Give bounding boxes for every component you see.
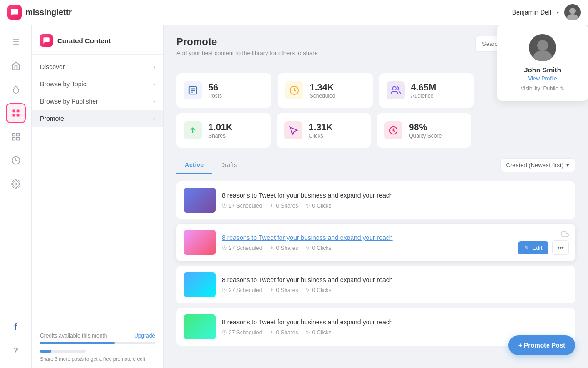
edit-label: Edit <box>532 244 542 251</box>
stat-quality: 98% Quality Score <box>377 113 471 148</box>
svg-rect-3 <box>16 110 19 113</box>
sidebar-drop-icon[interactable] <box>6 80 26 99</box>
sort-label: Created (Newest first) <box>506 162 563 169</box>
icon-sidebar: ☰ f ? <box>0 25 32 368</box>
meta-shares: 0 Shares <box>269 287 298 293</box>
stat-audience-info: 4.65M Audience <box>411 82 437 99</box>
content-list: 8 reasons to Tweet for your business and… <box>176 181 575 346</box>
main-layout: ☰ f ? Curated Content <box>0 25 588 368</box>
profile-avatar <box>529 34 556 61</box>
promote-post-button[interactable]: + Promote Post <box>508 335 575 355</box>
stat-clicks: 1.31K Clicks <box>277 113 371 148</box>
content-body: 8 reasons to Tweet for your business and… <box>222 318 568 335</box>
credits-progress-bar <box>40 342 155 344</box>
content-item: 8 reasons to Tweet for your business and… <box>176 224 575 261</box>
shares-icon <box>184 121 202 139</box>
edit-button[interactable]: ✎ Edit <box>518 241 548 254</box>
sidebar-facebook-icon[interactable]: f <box>6 317 26 337</box>
credits-note: Share 3 more posts to get a free promote… <box>40 356 155 362</box>
meta-shares: 0 Shares <box>269 245 298 251</box>
profile-name: John Smith <box>524 66 561 74</box>
meta-clicks: 0 Clicks <box>305 287 331 293</box>
cloud-icon <box>561 230 569 240</box>
more-button[interactable]: ••• <box>552 240 569 255</box>
sidebar-home-icon[interactable] <box>6 56 26 76</box>
top-navigation: missinglettr Benjamin Dell ▾ <box>0 0 588 25</box>
svg-rect-5 <box>16 114 19 117</box>
stat-clicks-info: 1.31K Clicks <box>309 122 333 139</box>
content-item: 8 reasons to Tweet for your business and… <box>176 181 575 219</box>
sidebar-curated-icon[interactable] <box>6 103 26 123</box>
meta-scheduled: 27 Scheduled <box>222 287 262 293</box>
quality-icon <box>384 121 402 139</box>
sort-chevron-icon: ▾ <box>566 162 569 169</box>
svg-point-11 <box>15 183 17 185</box>
view-profile-link[interactable]: View Profile <box>528 75 557 82</box>
content-body: 8 reasons to Tweet for your business and… <box>222 234 568 251</box>
svg-point-21 <box>392 87 396 90</box>
upgrade-link[interactable]: Upgrade <box>134 333 155 339</box>
tabs-row: Active Drafts Created (Newest first) ▾ <box>176 157 575 174</box>
content-title: 8 reasons to Tweet for your business and… <box>222 318 568 326</box>
quality-label: Quality Score <box>409 133 442 139</box>
sidebar-grid-icon[interactable] <box>6 127 26 147</box>
meta-scheduled: 27 Scheduled <box>222 203 262 209</box>
posts-icon <box>184 81 202 99</box>
credits-progress-fill-2 <box>40 350 51 353</box>
user-avatar[interactable] <box>564 4 581 20</box>
tab-drafts[interactable]: Drafts <box>212 157 245 174</box>
credits-label: Credits available this month Upgrade <box>40 333 155 339</box>
chevron-right-icon: › <box>153 64 155 70</box>
meta-scheduled: 27 Scheduled <box>222 245 262 251</box>
chevron-right-icon: › <box>153 99 155 104</box>
clicks-icon <box>284 121 302 139</box>
stat-scheduled: 1.34K Scheduled <box>278 73 373 108</box>
stat-audience: 4.65M Audience <box>379 73 474 108</box>
nav-browse-topic-label: Browse by Topic <box>40 80 86 88</box>
stat-shares: 1.01K Shares <box>176 113 271 148</box>
panel-header: Curated Content <box>32 25 163 55</box>
sidebar-analytics-icon[interactable] <box>6 150 26 170</box>
content-meta: 27 Scheduled 0 Shares 0 Clicks <box>222 245 568 251</box>
content-meta: 27 Scheduled 0 Shares 0 Clicks <box>222 287 568 293</box>
visibility-row: Visibility: Public ✎ <box>521 85 564 92</box>
svg-point-0 <box>569 8 576 14</box>
svg-point-14 <box>537 40 548 51</box>
clicks-value: 1.31K <box>309 122 333 133</box>
chevron-down-icon[interactable]: ▾ <box>557 10 559 15</box>
nav-promote[interactable]: Promote › <box>32 110 163 127</box>
scheduled-icon <box>285 81 303 99</box>
svg-rect-6 <box>12 134 15 136</box>
meta-shares: 0 Shares <box>269 329 298 336</box>
chevron-right-icon: › <box>153 81 155 87</box>
nav-discover[interactable]: Discover › <box>32 58 163 75</box>
chevron-right-icon: › <box>153 116 155 121</box>
nav-browse-publisher-label: Browse by Publisher <box>40 98 98 105</box>
visibility-text: Visibility: Public <box>521 85 558 92</box>
stat-posts-info: 56 Posts <box>208 82 222 99</box>
user-name: Benjamin Dell <box>512 9 551 16</box>
shares-value: 1.01K <box>208 122 232 133</box>
edit-visibility-icon[interactable]: ✎ <box>560 85 564 92</box>
content-thumbnail <box>184 188 216 213</box>
audience-icon <box>387 81 405 99</box>
svg-rect-8 <box>12 138 15 140</box>
svg-rect-2 <box>12 110 15 113</box>
sort-dropdown[interactable]: Created (Newest first) ▾ <box>500 158 575 172</box>
stat-shares-info: 1.01K Shares <box>208 122 232 139</box>
card-actions: ✎ Edit ••• <box>518 240 569 255</box>
svg-point-15 <box>533 50 552 61</box>
content-meta: 27 Scheduled 0 Shares 0 Clicks <box>222 203 568 209</box>
credits-progress-bar-2 <box>40 350 86 353</box>
nav-browse-topic[interactable]: Browse by Topic › <box>32 75 163 93</box>
sidebar-menu-icon[interactable]: ☰ <box>6 32 26 52</box>
clicks-label: Clicks <box>309 133 333 139</box>
sidebar-settings-icon[interactable] <box>6 174 26 194</box>
meta-shares: 0 Shares <box>269 203 298 209</box>
audience-label: Audience <box>411 93 437 99</box>
nav-browse-publisher[interactable]: Browse by Publisher › <box>32 93 163 110</box>
content-title: 8 reasons to Tweet for your business and… <box>222 191 568 199</box>
sidebar-help-icon[interactable]: ? <box>6 341 26 361</box>
tab-active[interactable]: Active <box>176 157 212 174</box>
content-title-link[interactable]: 8 reasons to Tweet for your business and… <box>222 234 568 242</box>
